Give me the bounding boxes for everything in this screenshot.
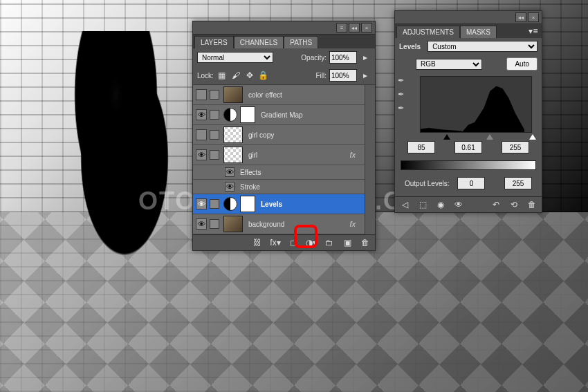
layer-list: color effect 👁 Gradient Map girl copy 👁 … bbox=[193, 85, 375, 234]
auto-button[interactable]: Auto bbox=[506, 57, 538, 71]
adj-titlebar[interactable]: ◂◂ × bbox=[395, 11, 542, 24]
tab-adjustments[interactable]: ADJUSTMENTS bbox=[396, 26, 460, 38]
black-slider[interactable] bbox=[443, 134, 450, 140]
input-sliders[interactable] bbox=[410, 134, 542, 140]
lock-position-icon[interactable]: ✥ bbox=[244, 70, 255, 81]
layer-mask-thumb[interactable] bbox=[240, 106, 255, 123]
layer-color-effect[interactable]: color effect bbox=[193, 85, 375, 105]
adjustment-icon[interactable] bbox=[223, 197, 237, 211]
tab-masks[interactable]: MASKS bbox=[460, 26, 497, 38]
white-slider[interactable] bbox=[529, 134, 536, 140]
levels-title: Levels bbox=[399, 43, 421, 50]
adjustment-icon[interactable] bbox=[223, 108, 237, 122]
white-input[interactable] bbox=[502, 141, 529, 153]
layer-name[interactable]: Levels bbox=[261, 200, 282, 208]
visibility-toggle[interactable] bbox=[196, 129, 207, 140]
panel-menu-icon[interactable]: ≡ bbox=[336, 23, 347, 32]
channel-select[interactable]: RGB bbox=[416, 59, 482, 70]
collapse-icon[interactable]: ◂◂ bbox=[349, 23, 360, 32]
visibility-toggle[interactable]: 👁 bbox=[196, 149, 207, 160]
blend-mode-select[interactable]: Normal bbox=[197, 52, 273, 63]
delete-icon[interactable]: 🗑 bbox=[526, 199, 538, 210]
opacity-flyout-icon[interactable]: ▸ bbox=[360, 52, 371, 63]
visibility-toggle[interactable]: 👁 bbox=[196, 109, 207, 120]
layer-name[interactable]: Gradient Map bbox=[261, 111, 303, 119]
back-icon[interactable]: ◁ bbox=[399, 199, 410, 210]
adjustments-panel[interactable]: ◂◂ × ADJUSTMENTS MASKS ▾≡ Levels Custom … bbox=[394, 10, 542, 213]
white-eyedropper-icon[interactable]: ✒ bbox=[398, 104, 407, 113]
link-cell bbox=[210, 150, 219, 160]
visibility-toggle[interactable]: 👁 bbox=[225, 182, 235, 192]
clip-icon[interactable]: ◉ bbox=[435, 199, 446, 210]
fx-badge[interactable]: fx bbox=[349, 151, 356, 159]
layer-thumb[interactable] bbox=[223, 216, 243, 232]
layer-levels[interactable]: 👁 Levels bbox=[193, 194, 375, 214]
tab-channels[interactable]: CHANNELS bbox=[234, 36, 284, 48]
fill-input[interactable] bbox=[329, 69, 357, 82]
link-layers-icon[interactable]: ⛓ bbox=[252, 237, 263, 248]
new-layer-icon[interactable]: ▣ bbox=[342, 237, 353, 248]
opacity-input[interactable] bbox=[329, 51, 357, 64]
effects-group[interactable]: 👁 Effects bbox=[193, 165, 375, 180]
layer-gradient-map[interactable]: 👁 Gradient Map bbox=[193, 105, 375, 125]
effect-stroke[interactable]: 👁 Stroke bbox=[193, 180, 375, 194]
visibility-icon[interactable]: 👁 bbox=[453, 199, 464, 210]
layer-name[interactable]: background bbox=[248, 221, 284, 228]
group-icon[interactable]: 🗀 bbox=[324, 237, 335, 248]
levels-header-row: Levels Custom bbox=[395, 38, 542, 55]
layer-name[interactable]: color effect bbox=[248, 91, 282, 99]
visibility-toggle[interactable]: 👁 bbox=[225, 167, 235, 177]
layers-titlebar[interactable]: ≡ ◂◂ × bbox=[193, 21, 375, 35]
out-white-input[interactable] bbox=[504, 177, 532, 189]
layer-thumb[interactable] bbox=[223, 147, 243, 163]
close-icon[interactable]: × bbox=[528, 12, 539, 22]
close-icon[interactable]: × bbox=[361, 23, 372, 32]
out-black-input[interactable] bbox=[457, 177, 485, 189]
adj-bottom-bar: ◁ ⬚ ◉ 👁 ↶ ⟲ 🗑 bbox=[395, 196, 542, 212]
previous-icon[interactable]: ↶ bbox=[490, 199, 502, 210]
eyedropper-tools: ✒ ✒ ✒ bbox=[395, 73, 410, 140]
add-mask-icon[interactable]: ◻ bbox=[288, 237, 299, 248]
reset-icon[interactable]: ⟲ bbox=[508, 199, 520, 210]
tab-paths[interactable]: PATHS bbox=[284, 36, 318, 48]
visibility-toggle[interactable]: 👁 bbox=[196, 218, 207, 230]
expand-icon[interactable]: ⬚ bbox=[417, 199, 428, 210]
lock-transparency-icon[interactable]: ▦ bbox=[217, 70, 228, 81]
collapse-icon[interactable]: ◂◂ bbox=[515, 12, 526, 22]
layer-name[interactable]: girl bbox=[248, 151, 257, 159]
lock-all-icon[interactable]: 🔒 bbox=[258, 70, 269, 81]
adjustment-layer-icon[interactable]: ◑▾ bbox=[306, 237, 317, 248]
lock-paint-icon[interactable]: 🖌 bbox=[230, 70, 241, 81]
histogram[interactable] bbox=[420, 76, 532, 133]
layer-thumb[interactable] bbox=[223, 127, 243, 143]
layer-girl[interactable]: 👁 girl fx ▾ bbox=[193, 145, 375, 165]
fx-icon[interactable]: fx▾ bbox=[270, 237, 281, 248]
tab-layers[interactable]: LAYERS bbox=[194, 36, 234, 48]
black-input[interactable] bbox=[407, 141, 435, 153]
mid-input[interactable] bbox=[454, 141, 482, 153]
layers-bottom-bar: ⛓ fx▾ ◻ ◑▾ 🗀 ▣ 🗑 bbox=[193, 234, 375, 250]
layer-scrollbar[interactable] bbox=[365, 85, 375, 234]
output-gradient[interactable] bbox=[401, 160, 536, 170]
layer-girl-copy[interactable]: girl copy bbox=[193, 125, 375, 145]
visibility-toggle[interactable] bbox=[196, 89, 207, 100]
gray-eyedropper-icon[interactable]: ✒ bbox=[398, 90, 407, 100]
histogram-row: ✒ ✒ ✒ bbox=[395, 73, 542, 140]
output-row: Output Levels: bbox=[395, 176, 542, 196]
layer-mask-thumb[interactable] bbox=[240, 196, 255, 212]
layer-background[interactable]: 👁 background fx ▸ bbox=[193, 214, 375, 234]
layer-thumb[interactable] bbox=[223, 86, 243, 103]
preset-select[interactable]: Custom bbox=[428, 41, 538, 52]
mid-slider[interactable] bbox=[486, 134, 493, 140]
panel-menu-icon[interactable]: ▾≡ bbox=[528, 26, 539, 37]
delete-icon[interactable]: 🗑 bbox=[360, 237, 371, 248]
fx-badge[interactable]: fx bbox=[349, 220, 356, 228]
layer-name[interactable]: girl copy bbox=[248, 131, 274, 139]
black-eyedropper-icon[interactable]: ✒ bbox=[398, 76, 407, 86]
output-label: Output Levels: bbox=[405, 180, 449, 187]
channel-row: RGB Auto bbox=[395, 55, 542, 73]
visibility-toggle[interactable]: 👁 bbox=[196, 198, 207, 209]
layers-panel[interactable]: ≡ ◂◂ × LAYERS CHANNELS PATHS Normal Opac… bbox=[192, 21, 376, 251]
link-cell bbox=[210, 110, 219, 120]
fill-flyout-icon[interactable]: ▸ bbox=[360, 70, 371, 81]
